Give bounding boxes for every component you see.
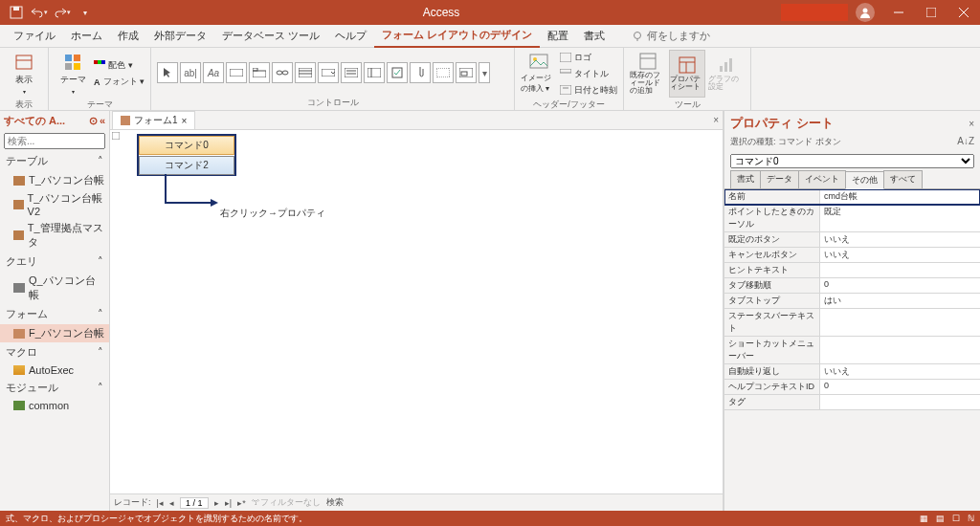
themes-button[interactable]: テーマ▾ [55, 50, 91, 98]
nav-collapse-icon[interactable]: ⊙ [89, 115, 98, 127]
tell-me[interactable]: 何をしますか [632, 29, 710, 43]
nav-shutter-icon[interactable]: « [100, 115, 105, 127]
ps-row[interactable]: タブ移動順0 [724, 278, 980, 294]
ps-row[interactable]: 名前cmd台帳 [724, 189, 980, 205]
ps-row[interactable]: キャンセルボタンいいえ [724, 248, 980, 263]
ps-tab-data[interactable]: データ [760, 170, 799, 188]
view-form-icon[interactable]: ▤ [936, 514, 945, 523]
pane-close-icon[interactable]: × [713, 115, 719, 125]
redo-icon[interactable]: ▾ [52, 2, 73, 23]
tab-dbtools[interactable]: データベース ツール [214, 25, 327, 47]
rec-first-icon[interactable]: |◂ [157, 498, 164, 508]
pointer-icon[interactable] [157, 62, 178, 83]
tab-form-design[interactable]: フォーム レイアウトのデザイン [374, 24, 540, 48]
view-button[interactable]: 表示▾ [6, 50, 42, 98]
close-icon[interactable] [947, 0, 980, 25]
datetime-button[interactable]: 日付と時刻 [560, 82, 617, 98]
ps-row[interactable]: タブストップはい [724, 294, 980, 309]
ps-value[interactable]: 0 [820, 380, 980, 394]
label-icon[interactable]: Aa [203, 62, 224, 83]
nav-item-table[interactable]: T_管理拠点マスタ [0, 219, 109, 252]
rec-last-icon[interactable]: ▸| [225, 498, 232, 508]
colors-button[interactable]: 配色 ▾ [94, 58, 145, 74]
ps-value[interactable] [820, 395, 980, 409]
nav-item-macro[interactable]: AutoExec [0, 362, 109, 378]
tab-help[interactable]: ヘルプ [327, 25, 374, 47]
navigation-icon[interactable] [295, 62, 316, 83]
nav-section-macros[interactable]: マクロ˄ [0, 342, 109, 362]
form-canvas[interactable]: コマンド0 コマンド2 右クリック→プロパティ [110, 130, 723, 493]
rec-new-icon[interactable]: ▸* [237, 498, 246, 508]
ps-value[interactable] [820, 337, 980, 363]
qat-more-icon[interactable]: ▾ [75, 2, 96, 23]
combobox-icon[interactable] [318, 62, 339, 83]
chart-settings-button[interactable]: グラフの設定 [708, 50, 745, 98]
controls-gallery[interactable]: ab| Aa ▾ [157, 62, 490, 83]
nav-item-query[interactable]: Q_パソコン台帳 [0, 272, 109, 304]
maximize-icon[interactable] [915, 0, 947, 25]
ps-tab-event[interactable]: イベント [798, 170, 846, 188]
rec-search[interactable]: 検索 [326, 496, 344, 509]
tab-close-icon[interactable]: × [182, 116, 188, 126]
rec-next-icon[interactable]: ▸ [214, 498, 219, 508]
nav-header[interactable]: すべての A...⊙« [0, 111, 109, 131]
nav-item-table[interactable]: T_パソコン台帳V2 [0, 189, 109, 219]
attachment-icon[interactable] [410, 62, 431, 83]
account-box[interactable] [781, 4, 848, 21]
tab-home[interactable]: ホーム [63, 25, 110, 47]
ps-object-select[interactable]: コマンド0 [730, 154, 974, 168]
tab-control-icon[interactable] [249, 62, 270, 83]
view-sql-icon[interactable]: ℕ [968, 514, 974, 523]
nav-item-table[interactable]: T_パソコン台帳 [0, 171, 109, 189]
minimize-icon[interactable] [882, 0, 915, 25]
selector-icon[interactable] [112, 132, 120, 140]
nav-item-module[interactable]: common [0, 398, 109, 413]
filter-indicator[interactable]: 🝖フィルターなし [252, 496, 321, 509]
tab-create[interactable]: 作成 [110, 25, 146, 47]
rec-prev-icon[interactable]: ◂ [169, 498, 174, 508]
tab-arrange[interactable]: 配置 [540, 25, 576, 47]
tab-external[interactable]: 外部データ [146, 25, 214, 47]
avatar[interactable] [856, 3, 875, 22]
ps-row[interactable]: 自動繰り返しいいえ [724, 364, 980, 380]
nav-search-input[interactable] [4, 133, 105, 149]
button-icon[interactable] [226, 62, 247, 83]
ps-row[interactable]: ショートカットメニューバー [724, 337, 980, 364]
datetime-icon[interactable] [364, 62, 385, 83]
ps-tab-all[interactable]: すべて [883, 170, 923, 188]
ps-row[interactable]: ステータスバーテキスト [724, 309, 980, 337]
ps-row[interactable]: 既定のボタンいいえ [724, 232, 980, 248]
ps-tab-format[interactable]: 書式 [730, 170, 761, 188]
view-layout-icon[interactable]: ▦ [920, 514, 928, 523]
tab-format[interactable]: 書式 [576, 25, 612, 47]
ps-value[interactable] [820, 309, 980, 336]
save-icon[interactable] [6, 2, 27, 23]
ps-row[interactable]: タグ [724, 395, 980, 410]
view-design-icon[interactable]: ☐ [952, 514, 960, 523]
fonts-button[interactable]: Aフォント ▾ [94, 75, 145, 90]
command-button-0[interactable]: コマンド0 [139, 136, 234, 155]
ps-close-icon[interactable]: × [969, 119, 974, 129]
nav-section-forms[interactable]: フォーム˄ [0, 304, 109, 324]
ps-value[interactable]: cmd台帳 [820, 189, 980, 204]
ps-value[interactable]: 0 [820, 278, 980, 293]
insert-image-button[interactable]: イメージの挿入 ▾ [521, 50, 557, 98]
ps-value[interactable]: はい [820, 294, 980, 308]
logo-button[interactable]: ロゴ [560, 50, 617, 65]
nav-section-tables[interactable]: テーブル˄ [0, 151, 109, 171]
nav-section-queries[interactable]: クエリ˄ [0, 252, 109, 272]
textbox-icon[interactable]: ab| [180, 62, 201, 83]
ps-value[interactable]: いいえ [820, 232, 980, 247]
property-sheet-button[interactable]: プロパティシート [669, 50, 705, 98]
checkbox-icon[interactable] [387, 62, 408, 83]
ps-value[interactable]: 既定 [820, 205, 980, 231]
link-icon[interactable] [272, 62, 293, 83]
tab-file[interactable]: ファイル [6, 25, 63, 47]
title-button[interactable]: タイトル [560, 66, 617, 81]
undo-icon[interactable]: ▾ [29, 2, 50, 23]
ps-value[interactable]: いいえ [820, 248, 980, 262]
command-button-2[interactable]: コマンド2 [139, 156, 234, 175]
add-fields-button[interactable]: 既存のフィールドの追加 [630, 50, 666, 98]
listbox-icon[interactable] [341, 62, 362, 83]
subform-icon[interactable] [456, 62, 477, 83]
